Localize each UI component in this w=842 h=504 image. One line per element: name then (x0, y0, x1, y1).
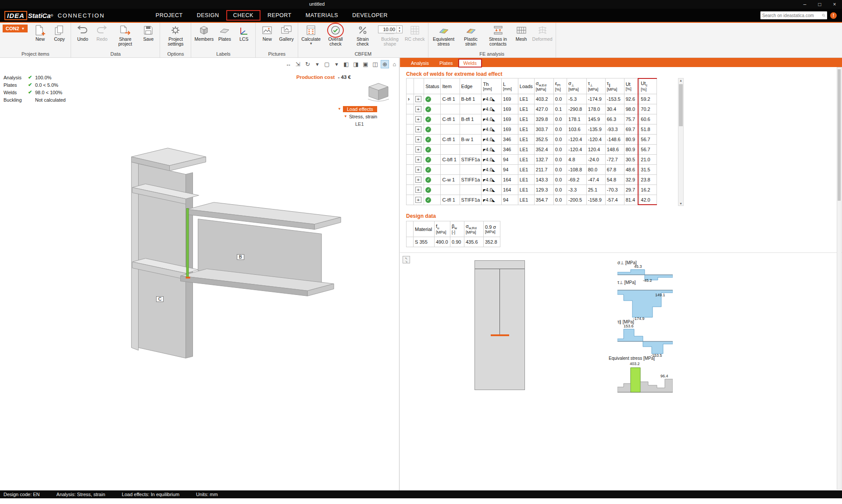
viewport-3d[interactable]: ↔⇲↻▾▢▾◧◨▣◫⊕⌂ Production cost - 43 € Anal… (0, 58, 400, 490)
tree-node-le1[interactable]: LE1 (355, 120, 377, 128)
pane-expand-icon[interactable]: ↖↘ (403, 256, 410, 263)
project-settings-button[interactable]: Project settings (162, 23, 189, 46)
tab-welds[interactable]: Welds (459, 59, 482, 67)
row-expander[interactable] (407, 135, 414, 145)
add-row-button[interactable]: + (415, 167, 421, 173)
chevron-down-icon[interactable]: ▼ (338, 107, 343, 111)
menu-item-design[interactable]: DESIGN (190, 10, 226, 21)
tree-node-load-effects[interactable]: ▼ Load effects (338, 105, 377, 113)
project-selector-dropdown[interactable]: CON2▼ (3, 25, 28, 32)
weld-row[interactable]: +✓◤4.0◣164LE1129.30.0-3.325.1-70.329.716… (407, 185, 657, 195)
share-project-button[interactable]: Share project (111, 23, 139, 46)
close-button[interactable]: × (827, 0, 842, 9)
crop-dropdown-chevron-icon[interactable]: ▾ (332, 60, 341, 68)
add-row-button[interactable]: + (415, 96, 421, 102)
welds-table-scrollbar[interactable]: ▲ ▼ (678, 78, 684, 206)
chevron-down-icon[interactable]: ▼ (344, 114, 349, 118)
weld-row[interactable]: +✓◤4.0◣169LE1427.00.1-290.8178.030.498.0… (407, 104, 657, 114)
plastic-strain-button[interactable]: Plastic strain (457, 23, 485, 46)
menu-item-check[interactable]: CHECK (226, 10, 260, 21)
new-picture-button[interactable]: New (257, 23, 277, 42)
navigation-cube[interactable] (365, 81, 392, 104)
info-badge-icon[interactable]: ! (830, 12, 837, 19)
undo-button[interactable]: Undo (73, 23, 92, 42)
axes-toggle-icon[interactable]: ⊕ (381, 60, 389, 68)
tree-stress-strain-label[interactable]: Stress, strain (349, 114, 377, 119)
panel-scrollbar-thumb[interactable] (838, 69, 841, 201)
add-row-button[interactable]: + (415, 156, 421, 163)
measure-icon[interactable]: ↔ (284, 60, 293, 68)
new-project-item-button[interactable]: New (30, 23, 50, 42)
search-box[interactable] (760, 11, 827, 19)
row-expander[interactable] (407, 195, 414, 205)
tree-le1-label[interactable]: LE1 (355, 121, 364, 127)
row-expander[interactable] (407, 114, 414, 124)
spinner-up-icon[interactable]: ▲ (397, 26, 402, 29)
add-row-button[interactable]: + (415, 197, 421, 203)
row-expander[interactable]: › (407, 94, 414, 104)
weld-row[interactable]: +✓C-tfl 1B-tfl 1◤4.0◣169LE1329.80.0178.1… (407, 114, 657, 124)
add-row-button[interactable]: + (415, 126, 421, 132)
scroll-down-icon[interactable]: ▼ (678, 202, 683, 205)
maximize-button[interactable]: □ (812, 0, 827, 9)
minimize-button[interactable]: – (797, 0, 812, 9)
weld-row[interactable]: +✓C-bfl 1STIFF1a◤4.0◣94LE1132.70.04.8-24… (407, 155, 657, 165)
deformed-scale-spinner[interactable]: 10.00 ▲▼ (378, 25, 403, 33)
weld-row[interactable]: +✓C-w 1STIFF1a◤4.0◣164LE1143.30.0-69.2-4… (407, 175, 657, 185)
add-row-button[interactable]: + (415, 106, 421, 112)
orbit-icon[interactable]: ↻ (303, 60, 312, 68)
lcs-labels-button[interactable]: LCS (234, 23, 253, 42)
expand-arrow-icon[interactable]: › (408, 96, 410, 102)
add-row-button[interactable]: + (415, 177, 421, 183)
equivalent-stress-button[interactable]: Equivalent stress (430, 23, 457, 46)
calculate-button[interactable]: Calculate▼ (300, 23, 322, 46)
mesh-button[interactable]: Mesh (512, 23, 531, 42)
strain-check-button[interactable]: Strain check (349, 23, 376, 46)
weld-row[interactable]: +✓C-tfl 1STIFF1a◤4.0◣94LE1354.70.0-200.5… (407, 195, 657, 205)
add-row-button[interactable]: + (415, 136, 421, 142)
row-expander[interactable] (407, 175, 414, 185)
zoom-fit-icon[interactable]: ⇲ (294, 60, 302, 68)
weld-row[interactable]: +✓C-tfl 1B-w 1◤4.0◣346LE1352.50.0-120.4-… (407, 135, 657, 145)
transparent-view-icon[interactable]: ◫ (371, 60, 379, 68)
spinner-down-icon[interactable]: ▼ (397, 29, 402, 33)
section-crop-icon[interactable]: ▢ (323, 60, 331, 68)
menu-item-report[interactable]: REPORT (260, 10, 299, 21)
overall-check-button[interactable]: Overall check (322, 23, 349, 46)
menu-item-developer[interactable]: DEVELOPER (345, 10, 395, 21)
weld-row[interactable]: ›+✓C-tfl 1B-bfl 1◤4.0◣169LE1403.20.0-5.3… (407, 94, 657, 104)
solid-view-icon[interactable]: ▣ (361, 60, 370, 68)
add-row-button[interactable]: + (415, 116, 421, 122)
menu-item-materials[interactable]: MATERIALS (299, 10, 345, 21)
row-expander[interactable] (407, 124, 414, 135)
gallery-button[interactable]: Gallery (277, 23, 296, 42)
menu-item-project[interactable]: PROJECT (149, 10, 190, 21)
copy-project-item-button[interactable]: Copy (50, 23, 69, 42)
back-view-icon[interactable]: ◨ (352, 60, 360, 68)
tree-node-stress-strain[interactable]: ▼ Stress, strain (344, 113, 377, 120)
save-button[interactable]: Save (139, 23, 158, 42)
weld-row[interactable]: +✓◤4.0◣169LE1303.70.0103.6-135.9-93.369.… (407, 124, 657, 135)
add-row-button[interactable]: + (415, 187, 421, 193)
tab-plates[interactable]: Plates (435, 59, 458, 67)
weld-row[interactable]: +✓◤4.0◣94LE1211.70.0-108.880.067.848.631… (407, 165, 657, 175)
members-labels-button[interactable]: Members (193, 23, 215, 42)
row-expander[interactable] (407, 165, 414, 175)
add-row-button[interactable]: + (415, 146, 421, 153)
design-row[interactable]: S 355490.00.90435.6352.8 (407, 237, 500, 247)
weld-row[interactable]: +✓◤4.0◣346LE1352.40.0-120.4120.4148.680.… (407, 145, 657, 155)
stress-in-contacts-button[interactable]: Stress in contacts (485, 23, 512, 46)
tree-load-effects-label[interactable]: Load effects (343, 106, 377, 112)
front-view-icon[interactable]: ◧ (342, 60, 350, 68)
orbit-dropdown-chevron-icon[interactable]: ▾ (313, 60, 321, 68)
panel-scrollbar[interactable] (837, 67, 842, 490)
plates-labels-button[interactable]: Plates (215, 23, 234, 42)
search-input[interactable] (760, 13, 822, 18)
scroll-up-icon[interactable]: ▲ (678, 79, 683, 82)
tab-analysis[interactable]: Analysis (406, 59, 434, 67)
row-expander[interactable] (407, 185, 414, 195)
spinner-arrows[interactable]: ▲▼ (396, 26, 402, 33)
home-view-icon[interactable]: ⌂ (390, 60, 399, 68)
row-expander[interactable] (407, 104, 414, 114)
scrollbar-thumb[interactable] (679, 84, 683, 126)
